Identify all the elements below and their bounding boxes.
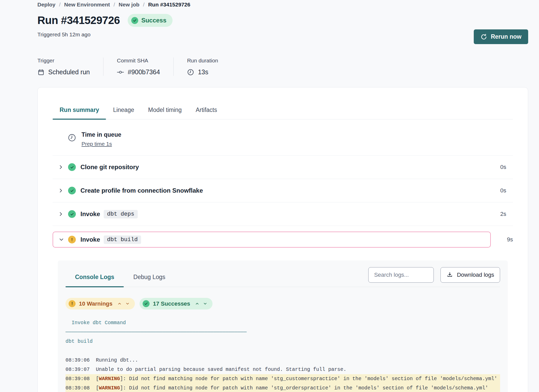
log-divider: ────────────────────────────────────────… [66,328,500,337]
step-label: Invoke [80,210,100,218]
rerun-now-label: Rerun now [491,33,521,40]
refresh-icon [480,34,487,40]
commit-icon [117,69,124,76]
rerun-now-button[interactable]: Rerun now [474,29,528,44]
step-duration: 2s [500,211,506,217]
log-summary-badges: ! 10 Warnings 17 Successes [66,298,500,309]
breadcrumb-new-environment[interactable]: New Environment [64,2,110,8]
download-logs-label: Download logs [457,272,494,278]
step-label: Invoke [80,236,100,243]
step-create-profile-snowflake[interactable]: Create profile from connection Snowflake… [53,179,513,202]
chevron-right-icon[interactable] [58,164,64,170]
time-in-queue-title: Time in queue [81,131,121,138]
step-label: Create profile from connection Snowflake [80,187,203,194]
log-line-warning: 08:39:08[WARNING]: Did not find matching… [66,383,500,392]
tab-run-summary[interactable]: Run summary [53,107,106,119]
success-check-icon [68,163,76,171]
success-check-icon [68,187,76,194]
trigger-label: Trigger [37,58,90,64]
logs-tab-strip: Console Logs Debug Logs Download logs [66,267,500,287]
page-title: Run #341529726 [37,14,120,27]
successes-badge[interactable]: 17 Successes [140,298,213,309]
tab-debug-logs[interactable]: Debug Logs [124,268,175,287]
step-invoke-dbt-deps[interactable]: Invoke dbt deps 2s [53,202,513,226]
tab-console-logs[interactable]: Console Logs [66,268,124,287]
step-invoke-dbt-build-row[interactable]: ! Invoke dbt build [53,232,491,248]
step-clone-git-repository[interactable]: Clone git repository 0s [53,156,513,179]
step-duration: 0s [500,187,506,194]
breadcrumb: Deploy / New Environment / New job / Run… [37,2,528,8]
log-line-warning: 08:39:08[WARNING]: Did not find matching… [66,374,500,383]
breadcrumb-new-job[interactable]: New job [119,2,140,8]
log-line: 08:39:07Unable to do partial parsing bec… [66,365,500,374]
log-line: 08:39:06Running dbt... [66,356,500,365]
warnings-badge-label: 10 Warnings [79,300,112,307]
step-command-chip: dbt deps [104,210,138,218]
chevron-down-icon[interactable] [58,236,64,243]
warnings-badge[interactable]: ! 10 Warnings [66,298,135,309]
clock-icon [68,131,76,147]
trigger-value: Scheduled run [48,68,90,76]
triggered-timestamp: Triggered 5h 12m ago [37,31,173,38]
run-meta: Trigger Scheduled run Commit SHA #900b73… [37,58,528,76]
prep-time-link[interactable]: Prep time 1s [81,141,121,147]
log-command: dbt build [66,337,500,346]
log-command-header: Invoke dbt Command [66,318,500,328]
tab-artifacts[interactable]: Artifacts [189,107,224,119]
commit-sha-value: #900b7364 [128,68,160,76]
run-duration-label: Run duration [187,58,218,64]
time-in-queue-section: Time in queue Prep time 1s [53,119,513,156]
header-left: Run #341529726 Success Triggered 5h 12m … [37,14,173,38]
page-header: Run #341529726 Success Triggered 5h 12m … [37,14,528,44]
commit-sha-label: Commit SHA [117,58,160,64]
breadcrumb-separator: / [113,2,115,8]
success-check-icon [143,300,150,307]
breadcrumb-current-run: Run #341529726 [148,2,190,8]
meta-duration: Run duration 13s [173,58,231,76]
download-icon [446,272,453,278]
meta-trigger: Trigger Scheduled run [37,58,103,76]
breadcrumb-separator: / [59,2,61,8]
breadcrumb-deploy[interactable]: Deploy [37,2,55,8]
caret-up-icon[interactable] [195,301,199,306]
status-badge-label: Success [141,17,166,24]
step-command-chip: dbt build [104,235,141,244]
step-label: Clone git repository [80,164,139,171]
run-summary-card: Run summary Lineage Model timing Artifac… [37,87,528,392]
caret-up-icon[interactable] [117,301,122,306]
run-duration-value: 13s [198,68,208,76]
logs-panel: Console Logs Debug Logs Download logs [58,260,508,392]
success-check-icon [68,210,76,218]
page: Deploy / New Environment / New job / Run… [0,0,539,392]
warning-icon: ! [69,300,76,307]
meta-commit: Commit SHA #900b7364 [103,58,173,76]
step-duration: 0s [500,164,506,170]
chevron-right-icon[interactable] [58,187,64,194]
chevron-right-icon[interactable] [58,211,64,217]
caret-down-icon[interactable] [125,301,130,306]
breadcrumb-separator: / [143,2,145,8]
step-duration: 9s [491,236,513,243]
calendar-icon [37,69,45,76]
download-logs-button[interactable]: Download logs [440,267,500,283]
successes-badge-label: 17 Successes [153,300,190,307]
run-tabs: Run summary Lineage Model timing Artifac… [53,107,513,119]
success-check-icon [131,17,138,24]
tab-model-timing[interactable]: Model timing [141,107,189,119]
step-invoke-dbt-build: ! Invoke dbt build 9s [53,232,513,248]
status-badge: Success [128,14,173,27]
tab-lineage[interactable]: Lineage [106,107,141,119]
console-log-output: Invoke dbt Command ─────────────────────… [66,318,500,392]
warning-icon: ! [68,236,76,243]
search-logs-input[interactable] [368,267,434,283]
caret-down-icon[interactable] [203,301,207,306]
clock-icon [187,69,194,76]
